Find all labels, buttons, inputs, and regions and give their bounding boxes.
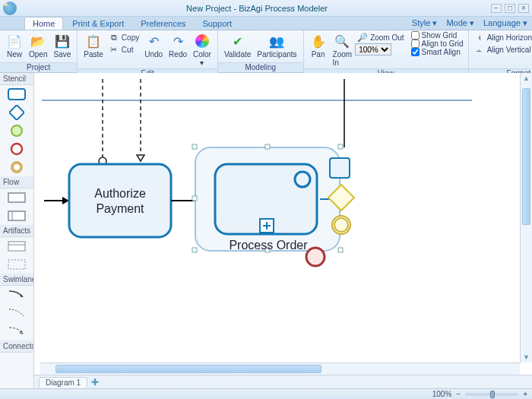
diagram-tab-1[interactable]: Diagram 1 (39, 377, 87, 388)
sequence-flow-in[interactable] (44, 197, 69, 204)
horizontal-scrollbar[interactable] (40, 363, 520, 375)
undo-button[interactable]: ↶Undo (141, 31, 166, 60)
tab-home[interactable]: Home (24, 17, 63, 30)
svg-rect-26 (338, 248, 343, 252)
stencil-intermediate-event[interactable] (4, 160, 30, 175)
diagram-tabs: Diagram 1 ✚ (34, 375, 532, 388)
stencil-gateway[interactable] (4, 105, 30, 120)
svg-rect-24 (192, 248, 197, 252)
stencil-message-flow[interactable] (4, 324, 30, 339)
palette-end-icon[interactable] (306, 248, 325, 266)
copy-button[interactable]: ⧉Copy (106, 31, 141, 43)
open-button[interactable]: 📂Open (26, 31, 50, 60)
stencil-lane[interactable] (4, 208, 30, 223)
stencil-swimlanes-header: Swimlanes (0, 274, 33, 286)
zoom-minus-button[interactable]: − (456, 390, 461, 398)
message-flow-1[interactable] (99, 79, 106, 165)
minimize-button[interactable]: − (491, 4, 502, 13)
language-menu[interactable]: Language ▾ (479, 17, 532, 30)
scroll-up-icon[interactable]: ▲ (521, 73, 532, 84)
svg-rect-0 (8, 89, 25, 100)
align-vertical-button[interactable]: ⫠Align Vertical (472, 43, 532, 55)
message-flow-2[interactable] (137, 79, 144, 161)
redo-icon: ↷ (169, 33, 186, 49)
mode-menu[interactable]: Mode ▾ (442, 17, 479, 30)
window-title: New Project - BizAgi Process Modeler (23, 4, 491, 13)
stencil-artifacts-header: Artifacts (0, 225, 33, 237)
stencil-connectors-header: Connectors (0, 340, 33, 353)
zoom-out-button[interactable]: 🔎Zoom Out (355, 31, 406, 43)
undo-icon: ↶ (145, 33, 162, 49)
participants-button[interactable]: 👥Participants (254, 31, 299, 60)
canvas-wrap: AuthorizePayment (34, 73, 532, 388)
validate-button[interactable]: ✔Validate (221, 31, 254, 60)
paste-button[interactable]: 📋Paste (81, 31, 106, 60)
svg-rect-20 (265, 144, 270, 149)
zoom-in-icon: 🔍 (334, 33, 350, 49)
stencil-start-event[interactable] (4, 123, 30, 138)
stencil-panel: Stencil Flow Artifacts Swimlanes Connect… (0, 73, 34, 388)
people-icon: 👥 (268, 33, 285, 49)
scrollbar-thumb-h[interactable] (55, 365, 321, 373)
zoom-select[interactable]: 100% (355, 43, 391, 55)
tab-preferences[interactable]: Preferences (133, 17, 193, 30)
ribbon: 📄New 📂Open 💾Save Project 📋Paste ⧉Copy ✂C… (0, 30, 532, 73)
cut-button[interactable]: ✂Cut (106, 43, 141, 55)
stencil-task[interactable] (4, 87, 30, 102)
open-icon: 📂 (30, 33, 46, 49)
stencil-end-event[interactable] (4, 141, 30, 157)
tab-support[interactable]: Support (195, 17, 240, 30)
new-button[interactable]: 📄New (3, 31, 26, 60)
status-zoom-label: 100% (432, 390, 452, 398)
svg-rect-7 (8, 211, 25, 220)
svg-rect-9 (8, 242, 25, 251)
add-diagram-button[interactable]: ✚ (90, 377, 100, 388)
maximize-button[interactable]: □ (505, 4, 515, 13)
color-button[interactable]: Color▾ (190, 31, 214, 68)
stencil-sequence-flow[interactable] (4, 287, 30, 302)
stencil-group[interactable] (4, 257, 30, 272)
save-icon: 💾 (54, 33, 71, 49)
svg-rect-1 (9, 105, 24, 120)
cut-icon: ✂ (109, 44, 119, 55)
smart-align-checkbox[interactable]: Smart Align (410, 48, 465, 56)
group-project-label: Project (0, 62, 77, 72)
scroll-down-icon[interactable]: ▼ (521, 352, 532, 363)
palette-task-icon[interactable] (330, 158, 350, 178)
align-grid-checkbox[interactable]: Align to Grid (410, 40, 465, 48)
svg-rect-21 (338, 144, 343, 149)
style-menu[interactable]: Style ▾ (407, 17, 442, 30)
close-button[interactable]: × (518, 4, 529, 13)
scrollbar-thumb[interactable] (522, 88, 530, 225)
show-grid-checkbox[interactable]: Show Grid (410, 31, 465, 40)
save-button[interactable]: 💾Save (50, 31, 74, 60)
stencil-association[interactable] (4, 306, 30, 321)
task-authorize-payment[interactable]: AuthorizePayment (69, 164, 171, 237)
tab-print-export[interactable]: Print & Export (65, 17, 131, 30)
zoom-in-button[interactable]: 🔍Zoom In (330, 31, 356, 68)
svg-rect-22 (192, 196, 197, 201)
pan-button[interactable]: ✋Pan (307, 31, 330, 60)
color-wheel-icon (194, 33, 211, 49)
vertical-scrollbar[interactable]: ▲ ▼ (520, 73, 532, 363)
paste-icon: 📋 (85, 33, 102, 49)
stencil-flow-header: Flow (0, 176, 33, 188)
svg-point-2 (11, 125, 22, 136)
svg-point-3 (11, 144, 22, 154)
redo-button[interactable]: ↷Redo (166, 31, 190, 60)
ribbon-tabs: Home Print & Export Preferences Support … (0, 17, 532, 30)
align-horizontal-button[interactable]: ⫞Align Horizontal (472, 31, 532, 43)
zoom-plus-button[interactable]: + (523, 390, 527, 398)
canvas[interactable]: AuthorizePayment (34, 73, 520, 363)
align-horizontal-icon: ⫞ (474, 32, 485, 43)
svg-rect-6 (8, 193, 25, 202)
zoom-out-icon: 🔎 (357, 32, 368, 43)
check-circle-icon: ✔ (230, 33, 246, 49)
svg-rect-19 (192, 144, 197, 149)
zoom-slider[interactable] (465, 393, 518, 396)
group-modeling-label: Modeling (218, 62, 303, 72)
subprocess-label: Process Order (229, 239, 308, 252)
stencil-pool[interactable] (4, 190, 30, 205)
stencil-data[interactable] (4, 239, 30, 254)
svg-rect-11 (8, 260, 25, 269)
